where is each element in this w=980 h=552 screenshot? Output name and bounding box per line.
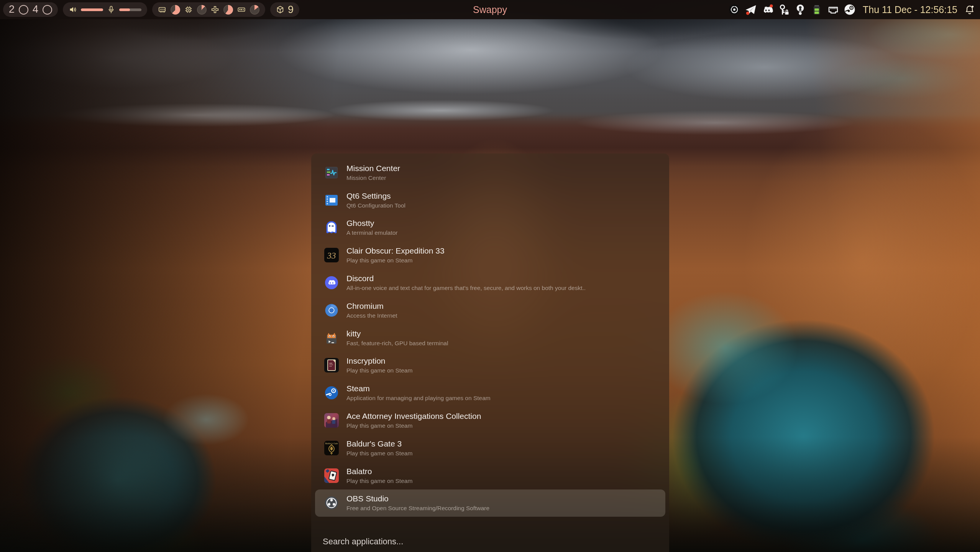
- app-title: kitty: [346, 329, 448, 339]
- launcher-item-ace-attorney[interactable]: Ace Attorney Investigations Collection P…: [315, 407, 665, 434]
- workspace-number[interactable]: 2: [9, 4, 15, 15]
- top-bar-right: Thu 11 Dec - 12:56:15: [728, 3, 980, 16]
- app-description: Fast, feature-rich, GPU based terminal: [346, 339, 448, 347]
- battery-icon[interactable]: [810, 3, 823, 16]
- speaker-icon[interactable]: [69, 5, 77, 14]
- qt6-settings-app-icon: [324, 193, 339, 208]
- ace-attorney-app-icon: [324, 413, 339, 428]
- disk-icon: [237, 5, 246, 14]
- audio-pill: [63, 2, 147, 17]
- top-bar: 2 4 9 Swappy Thu 11 Dec - 12:56:15: [0, 0, 980, 19]
- disk-usage-pie: [250, 5, 259, 15]
- updates-pill[interactable]: 9: [270, 2, 299, 17]
- gpu-usage-pie: [223, 5, 233, 15]
- app-description: Application for managing and playing gam…: [346, 394, 491, 402]
- launcher-item-mission-center[interactable]: Mission Center Mission Center: [315, 159, 665, 186]
- keyring-icon[interactable]: [794, 3, 807, 16]
- app-description: Qt6 Configuration Tool: [346, 202, 405, 209]
- launcher-item-clair-obscur[interactable]: 33 Clair Obscur: Expedition 33 Play this…: [315, 241, 665, 269]
- notification-bell-icon[interactable]: [963, 3, 976, 16]
- launcher-item-chromium[interactable]: Chromium Access the Internet: [315, 297, 665, 324]
- workspace-number[interactable]: 4: [33, 4, 38, 15]
- steelseries-icon[interactable]: [728, 3, 741, 16]
- inscryption-app-icon: [324, 358, 339, 372]
- network-icon[interactable]: [827, 3, 840, 16]
- app-launcher: Mission Center Mission Center Qt6 Settin…: [311, 153, 669, 552]
- launcher-item-steam[interactable]: Steam Application for managing and playi…: [315, 379, 665, 407]
- app-title: Chromium: [346, 301, 397, 311]
- launcher-item-kitty[interactable]: kitty Fast, feature-rich, GPU based term…: [315, 324, 665, 352]
- app-title: Ace Attorney Investigations Collection: [346, 411, 481, 421]
- gpu-icon: [211, 5, 219, 14]
- launcher-item-inscryption[interactable]: Inscryption Play this game on Steam: [315, 352, 665, 379]
- launcher-item-ghostty[interactable]: Ghostty A terminal emulator: [315, 214, 665, 242]
- telegram-icon[interactable]: [744, 3, 757, 16]
- updates-count: 9: [288, 4, 294, 16]
- app-title: Baldur's Gate 3: [346, 439, 412, 449]
- active-window-title: Swappy: [473, 0, 507, 19]
- launcher-item-obs-studio[interactable]: OBS Studio Free and Open Source Streamin…: [315, 489, 665, 517]
- cpu-icon: [184, 5, 193, 14]
- search-input[interactable]: Search applications...: [323, 537, 403, 547]
- app-description: Free and Open Source Streaming/Recording…: [346, 504, 489, 512]
- workspace-indicator[interactable]: 2 4: [3, 2, 58, 17]
- launcher-item-qt6-settings[interactable]: Qt6 Settings Qt6 Configuration Tool: [315, 186, 665, 214]
- clock[interactable]: Thu 11 Dec - 12:56:15: [863, 4, 957, 15]
- discord-tray-icon[interactable]: [761, 3, 774, 16]
- app-title: Qt6 Settings: [346, 191, 405, 201]
- app-description: Play this game on Steam: [346, 257, 445, 264]
- app-description: Play this game on Steam: [346, 450, 412, 457]
- app-title: Clair Obscur: Expedition 33: [346, 246, 445, 256]
- clair-obscur-app-icon: 33: [324, 248, 339, 262]
- balatro-app-icon: [324, 468, 339, 483]
- baldurs-gate-3-app-icon: Baldur's Gate: [324, 441, 339, 455]
- app-description: A terminal emulator: [346, 229, 398, 237]
- app-description: Play this game on Steam: [346, 367, 412, 374]
- system-stats-pill[interactable]: [152, 2, 265, 17]
- memory-usage-pie: [171, 5, 180, 15]
- steam-app-icon: [324, 386, 339, 400]
- volume-slider[interactable]: [81, 8, 103, 11]
- memory-icon: [158, 5, 166, 14]
- app-description: All-in-one voice and text chat for gamer…: [346, 284, 586, 292]
- keepassxc-icon[interactable]: [777, 3, 790, 16]
- ghostty-app-icon: [324, 220, 339, 235]
- app-title: Mission Center: [346, 163, 400, 173]
- app-title: Inscryption: [346, 356, 412, 366]
- package-icon: [276, 5, 284, 14]
- svg-text:33: 33: [327, 251, 336, 260]
- app-description: Play this game on Steam: [346, 477, 412, 485]
- app-title: Balatro: [346, 466, 412, 476]
- system-tray: [728, 3, 856, 16]
- workspace-circle-icon[interactable]: [19, 5, 28, 15]
- kitty-app-icon: [324, 331, 339, 345]
- workspace-circle-icon[interactable]: [43, 5, 52, 15]
- app-description: Access the Internet: [346, 312, 397, 320]
- app-title: Discord: [346, 274, 586, 283]
- launcher-item-baldurs-gate-3[interactable]: Baldur's Gate Baldur's Gate 3 Play this …: [315, 434, 665, 462]
- app-title: Ghostty: [346, 218, 398, 228]
- chromium-app-icon: [324, 303, 339, 318]
- mic-slider[interactable]: [119, 8, 141, 11]
- launcher-item-balatro[interactable]: Balatro Play this game on Steam: [315, 462, 665, 489]
- launcher-results: Mission Center Mission Center Qt6 Settin…: [311, 159, 669, 517]
- app-title: Steam: [346, 384, 491, 394]
- microphone-icon[interactable]: [107, 5, 115, 14]
- app-title: OBS Studio: [346, 494, 489, 504]
- discord-app-icon: [324, 275, 339, 290]
- top-bar-left: 2 4 9: [0, 2, 299, 17]
- obs-studio-app-icon: [324, 496, 339, 510]
- mission-center-app-icon: [324, 165, 339, 180]
- app-description: Play this game on Steam: [346, 422, 481, 430]
- cpu-usage-pie: [197, 5, 207, 15]
- launcher-item-discord[interactable]: Discord All-in-one voice and text chat f…: [315, 269, 665, 297]
- app-description: Mission Center: [346, 174, 400, 182]
- steam-tray-icon[interactable]: [843, 3, 856, 16]
